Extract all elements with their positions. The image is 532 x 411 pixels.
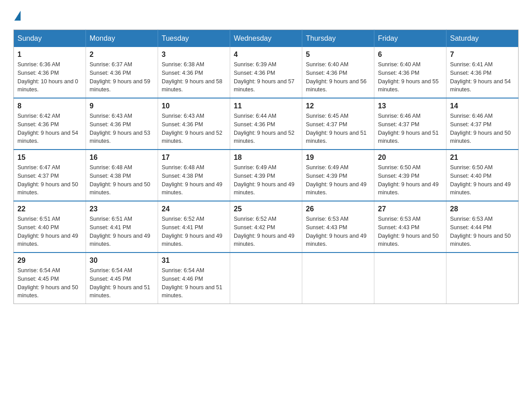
day-number: 12	[306, 102, 370, 110]
calendar-week-row: 29 Sunrise: 6:54 AMSunset: 4:45 PMDaylig…	[14, 253, 519, 304]
day-info: Sunrise: 6:51 AMSunset: 4:41 PMDaylight:…	[90, 215, 154, 248]
calendar-cell: 9 Sunrise: 6:43 AMSunset: 4:36 PMDayligh…	[86, 98, 158, 150]
calendar-cell: 8 Sunrise: 6:42 AMSunset: 4:36 PMDayligh…	[14, 98, 86, 150]
day-number: 17	[162, 154, 226, 162]
day-number: 19	[306, 154, 370, 162]
calendar-header-sunday: Sunday	[14, 30, 86, 47]
day-info: Sunrise: 6:39 AMSunset: 4:36 PMDaylight:…	[234, 60, 298, 94]
logo-triangle-icon	[14, 11, 21, 21]
calendar-header-row: SundayMondayTuesdayWednesdayThursdayFrid…	[14, 30, 519, 47]
calendar-cell	[374, 253, 446, 304]
day-info: Sunrise: 6:37 AMSunset: 4:36 PMDaylight:…	[90, 60, 154, 94]
day-info: Sunrise: 6:44 AMSunset: 4:36 PMDaylight:…	[234, 112, 298, 146]
calendar-cell: 4 Sunrise: 6:39 AMSunset: 4:36 PMDayligh…	[230, 47, 302, 98]
calendar-cell	[302, 253, 374, 304]
day-info: Sunrise: 6:51 AMSunset: 4:40 PMDaylight:…	[17, 215, 82, 248]
calendar-cell: 30 Sunrise: 6:54 AMSunset: 4:45 PMDaylig…	[86, 253, 158, 304]
calendar-table: SundayMondayTuesdayWednesdayThursdayFrid…	[13, 30, 519, 304]
day-number: 25	[234, 205, 298, 213]
day-info: Sunrise: 6:53 AMSunset: 4:44 PMDaylight:…	[450, 215, 515, 248]
calendar-cell: 12 Sunrise: 6:45 AMSunset: 4:37 PMDaylig…	[302, 98, 374, 150]
calendar-cell: 24 Sunrise: 6:52 AMSunset: 4:41 PMDaylig…	[158, 201, 230, 253]
calendar-cell: 18 Sunrise: 6:49 AMSunset: 4:39 PMDaylig…	[230, 150, 302, 201]
calendar-cell: 3 Sunrise: 6:38 AMSunset: 4:36 PMDayligh…	[158, 47, 230, 98]
calendar-week-row: 22 Sunrise: 6:51 AMSunset: 4:40 PMDaylig…	[14, 201, 519, 253]
calendar-cell: 7 Sunrise: 6:41 AMSunset: 4:36 PMDayligh…	[446, 47, 519, 98]
day-number: 29	[17, 257, 82, 265]
day-info: Sunrise: 6:43 AMSunset: 4:36 PMDaylight:…	[162, 112, 226, 146]
calendar-header-wednesday: Wednesday	[230, 30, 302, 47]
day-number: 30	[90, 257, 154, 265]
day-number: 31	[162, 257, 226, 265]
day-info: Sunrise: 6:36 AMSunset: 4:36 PMDaylight:…	[17, 60, 82, 94]
day-number: 28	[450, 205, 515, 213]
day-number: 22	[17, 205, 82, 213]
day-number: 20	[378, 154, 442, 162]
day-info: Sunrise: 6:45 AMSunset: 4:37 PMDaylight:…	[306, 112, 370, 146]
day-info: Sunrise: 6:49 AMSunset: 4:39 PMDaylight:…	[306, 163, 370, 197]
day-info: Sunrise: 6:48 AMSunset: 4:38 PMDaylight:…	[162, 163, 226, 197]
day-info: Sunrise: 6:54 AMSunset: 4:46 PMDaylight:…	[162, 266, 226, 300]
day-info: Sunrise: 6:43 AMSunset: 4:36 PMDaylight:…	[90, 112, 154, 146]
day-number: 27	[378, 205, 442, 213]
calendar-week-row: 15 Sunrise: 6:47 AMSunset: 4:37 PMDaylig…	[14, 150, 519, 201]
calendar-cell: 1 Sunrise: 6:36 AMSunset: 4:36 PMDayligh…	[14, 47, 86, 98]
day-number: 26	[306, 205, 370, 213]
calendar-week-row: 8 Sunrise: 6:42 AMSunset: 4:36 PMDayligh…	[14, 98, 519, 150]
day-number: 8	[17, 102, 82, 110]
calendar-cell: 16 Sunrise: 6:48 AMSunset: 4:38 PMDaylig…	[86, 150, 158, 201]
day-number: 23	[90, 205, 154, 213]
day-number: 21	[450, 154, 515, 162]
day-info: Sunrise: 6:53 AMSunset: 4:43 PMDaylight:…	[378, 215, 442, 248]
calendar-cell: 21 Sunrise: 6:50 AMSunset: 4:40 PMDaylig…	[446, 150, 519, 201]
day-number: 2	[90, 51, 154, 59]
calendar-header-saturday: Saturday	[446, 30, 519, 47]
day-number: 11	[234, 102, 298, 110]
day-info: Sunrise: 6:40 AMSunset: 4:36 PMDaylight:…	[306, 60, 370, 94]
calendar-header-tuesday: Tuesday	[158, 30, 230, 47]
day-number: 14	[450, 102, 515, 110]
day-number: 13	[378, 102, 442, 110]
day-number: 10	[162, 102, 226, 110]
calendar-cell: 22 Sunrise: 6:51 AMSunset: 4:40 PMDaylig…	[14, 201, 86, 253]
day-info: Sunrise: 6:47 AMSunset: 4:37 PMDaylight:…	[17, 163, 82, 197]
calendar-cell: 15 Sunrise: 6:47 AMSunset: 4:37 PMDaylig…	[14, 150, 86, 201]
day-info: Sunrise: 6:49 AMSunset: 4:39 PMDaylight:…	[234, 163, 298, 197]
day-info: Sunrise: 6:48 AMSunset: 4:38 PMDaylight:…	[90, 163, 154, 197]
day-info: Sunrise: 6:42 AMSunset: 4:36 PMDaylight:…	[17, 112, 82, 146]
day-info: Sunrise: 6:52 AMSunset: 4:42 PMDaylight:…	[234, 215, 298, 248]
day-info: Sunrise: 6:50 AMSunset: 4:40 PMDaylight:…	[450, 163, 515, 197]
day-info: Sunrise: 6:40 AMSunset: 4:36 PMDaylight:…	[378, 60, 442, 94]
calendar-cell: 11 Sunrise: 6:44 AMSunset: 4:36 PMDaylig…	[230, 98, 302, 150]
day-info: Sunrise: 6:54 AMSunset: 4:45 PMDaylight:…	[17, 266, 82, 300]
day-info: Sunrise: 6:46 AMSunset: 4:37 PMDaylight:…	[450, 112, 515, 146]
calendar-cell: 28 Sunrise: 6:53 AMSunset: 4:44 PMDaylig…	[446, 201, 519, 253]
day-info: Sunrise: 6:54 AMSunset: 4:45 PMDaylight:…	[90, 266, 154, 300]
day-info: Sunrise: 6:46 AMSunset: 4:37 PMDaylight:…	[378, 112, 442, 146]
calendar-cell	[230, 253, 302, 304]
calendar-week-row: 1 Sunrise: 6:36 AMSunset: 4:36 PMDayligh…	[14, 47, 519, 98]
day-number: 16	[90, 154, 154, 162]
calendar-cell: 19 Sunrise: 6:49 AMSunset: 4:39 PMDaylig…	[302, 150, 374, 201]
day-info: Sunrise: 6:38 AMSunset: 4:36 PMDaylight:…	[162, 60, 226, 94]
calendar-header-thursday: Thursday	[302, 30, 374, 47]
day-number: 5	[306, 51, 370, 59]
calendar-cell: 26 Sunrise: 6:53 AMSunset: 4:43 PMDaylig…	[302, 201, 374, 253]
day-number: 9	[90, 102, 154, 110]
calendar-cell: 6 Sunrise: 6:40 AMSunset: 4:36 PMDayligh…	[374, 47, 446, 98]
day-number: 7	[450, 51, 515, 59]
day-number: 24	[162, 205, 226, 213]
calendar-cell: 20 Sunrise: 6:50 AMSunset: 4:39 PMDaylig…	[374, 150, 446, 201]
page-header	[13, 9, 519, 21]
logo	[13, 9, 21, 21]
calendar-cell: 27 Sunrise: 6:53 AMSunset: 4:43 PMDaylig…	[374, 201, 446, 253]
day-number: 1	[17, 51, 82, 59]
day-number: 4	[234, 51, 298, 59]
calendar-cell: 14 Sunrise: 6:46 AMSunset: 4:37 PMDaylig…	[446, 98, 519, 150]
calendar-cell: 2 Sunrise: 6:37 AMSunset: 4:36 PMDayligh…	[86, 47, 158, 98]
day-number: 6	[378, 51, 442, 59]
day-number: 18	[234, 154, 298, 162]
calendar-cell: 23 Sunrise: 6:51 AMSunset: 4:41 PMDaylig…	[86, 201, 158, 253]
day-info: Sunrise: 6:52 AMSunset: 4:41 PMDaylight:…	[162, 215, 226, 248]
day-info: Sunrise: 6:50 AMSunset: 4:39 PMDaylight:…	[378, 163, 442, 197]
